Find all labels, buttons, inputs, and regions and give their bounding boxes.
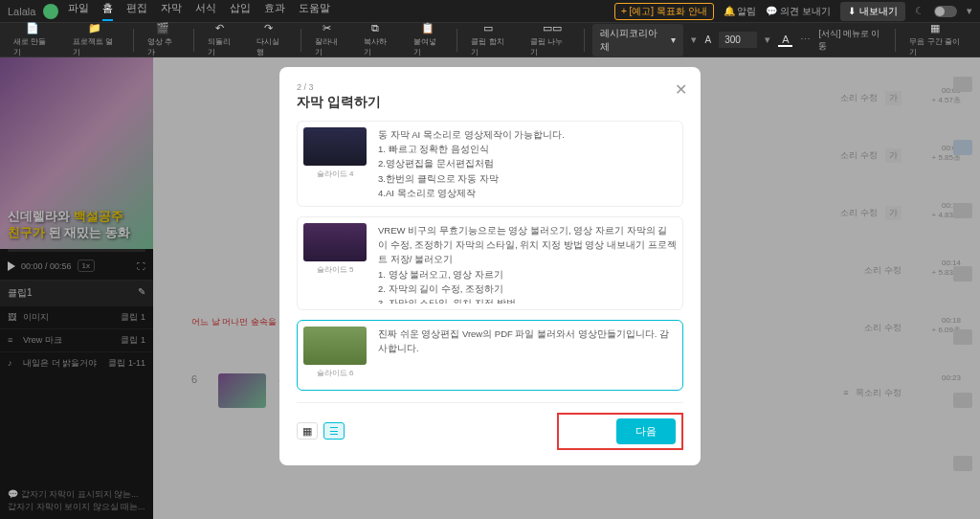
close-icon[interactable]: ✕ (675, 80, 687, 99)
notify-link[interactable]: 🔔 알림 (724, 5, 757, 18)
undo-button[interactable]: ↶되돌리기 (202, 22, 244, 57)
slide-text[interactable]: VREW 비구의 무효기능으로는 영상 불러오기, 영상 자르기 자막의 길이 … (378, 223, 677, 304)
menu-subtitle[interactable]: 자막 (161, 1, 182, 21)
format-link[interactable]: [서식] 메뉴로 이동 (818, 28, 887, 53)
slide-thumb (303, 127, 367, 166)
next-button[interactable]: 다음 (616, 418, 676, 444)
slide-thumb (303, 327, 367, 365)
view-grid-button[interactable]: ▦ (297, 422, 318, 440)
video-add-button[interactable]: 🎬영상 추가 (142, 22, 186, 57)
slide-text-input[interactable]: 진짜 쉬운 영상편집 Vrew의 PDF 파일 불러와서 영상만들기입니다. 감… (378, 327, 677, 384)
redo-button[interactable]: ↷다시실행 (251, 22, 293, 57)
slide-text[interactable]: 동 자막 AI 목소리로 영상제작이 가능합니다. 1. 빠르고 정확한 음성인… (378, 127, 677, 200)
modal-title: 자막 입력하기 (297, 94, 683, 111)
theme-toggle[interactable] (934, 6, 957, 17)
toolbar: 📄새로 만들기 📁프로젝트 열기 🎬영상 추가 ↶되돌리기 ↷다시실행 ✂잘라내… (0, 23, 980, 57)
split-button[interactable]: ▭▭클립 나누기 (524, 22, 576, 57)
cut-button[interactable]: ✂잘라내기 (309, 22, 351, 57)
font-select[interactable]: 레시피코리아체 ▾ (592, 24, 684, 56)
step-indicator: 2 / 3 (297, 82, 683, 92)
menu-effect[interactable]: 효과 (264, 1, 285, 21)
menu-insert[interactable]: 삽입 (230, 1, 251, 21)
menu-edit[interactable]: 편집 (126, 1, 147, 21)
feedback-link[interactable]: 💬 의견 보내기 (766, 5, 831, 18)
menu-help[interactable]: 도움말 (299, 1, 330, 21)
merge-button[interactable]: ▭클립 합치기 (465, 22, 517, 57)
slide-row-4[interactable]: 슬라이드 4 동 자막 AI 목소리로 영상제작이 가능합니다. 1. 빠르고 … (297, 121, 683, 207)
modal-backdrop: 2 / 3 자막 입력하기 ✕ 슬라이드 4 동 자막 AI 목소리로 영상제작… (0, 57, 980, 519)
menu-format[interactable]: 서식 (195, 1, 216, 21)
avatar[interactable] (43, 4, 58, 19)
copy-button[interactable]: ⧉복사하기 (358, 22, 400, 57)
top-menubar: Lalala 파일 홈 편집 자막 서식 삽입 효과 도움말 + [예고] 목표… (0, 0, 980, 23)
main-menu: 파일 홈 편집 자막 서식 삽입 효과 도움말 (68, 1, 330, 21)
font-size-input[interactable] (719, 32, 757, 48)
moon-icon: ☾ (915, 5, 924, 17)
slide-row-5[interactable]: 슬라이드 5 VREW 비구의 무효기능으로는 영상 불러오기, 영상 자르기 … (297, 216, 683, 310)
chevron-down-icon[interactable]: ▾ (967, 5, 972, 17)
text-color-button[interactable]: A (778, 34, 792, 47)
subtitle-input-modal: 2 / 3 자막 입력하기 ✕ 슬라이드 4 동 자막 AI 목소리로 영상제작… (279, 67, 701, 465)
brand: Lalala (8, 6, 35, 17)
slide-row-6[interactable]: 슬라이드 6 진짜 쉬운 영상편집 Vrew의 PDF 파일 불러와서 영상만들… (297, 320, 683, 391)
silence-button[interactable]: ▦무음 구간 줄이기 (903, 22, 972, 57)
menu-file[interactable]: 파일 (68, 1, 89, 21)
view-list-button[interactable]: ☰ (323, 422, 345, 440)
slide-thumb (303, 223, 367, 261)
upgrade-button[interactable]: + [예고] 목표화 안내 (614, 3, 714, 20)
open-button[interactable]: 📁프로젝트 열기 (67, 22, 126, 57)
new-button[interactable]: 📄새로 만들기 (8, 22, 59, 57)
export-button[interactable]: ⬇ 내보내기 (840, 2, 905, 21)
menu-home[interactable]: 홈 (102, 1, 113, 21)
paste-button[interactable]: 📋붙여넣기 (408, 22, 450, 57)
